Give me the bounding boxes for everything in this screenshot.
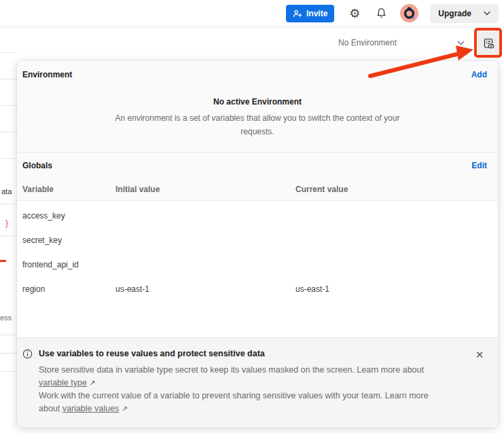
background-brace-fragment: }: [5, 219, 8, 228]
variable-name: secret_key: [22, 236, 115, 245]
invite-button[interactable]: Invite: [286, 5, 334, 22]
settings-button[interactable]: ⚙: [347, 6, 362, 21]
environment-selector[interactable]: No Environment: [338, 35, 465, 50]
column-header-variable: Variable: [22, 185, 115, 194]
banner-line1-text: Store sensitive data in variable type se…: [39, 365, 424, 375]
no-active-environment-title: No active Environment: [17, 88, 498, 107]
globals-section-title: Globals: [22, 161, 52, 170]
variable-name: region: [22, 284, 115, 294]
table-row[interactable]: frontend_api_id: [17, 252, 498, 277]
postman-screen: Invite ⚙ Upgrade: [0, 0, 504, 433]
banner-title: Use variables to reuse values and protec…: [39, 348, 467, 359]
gear-icon: ⚙: [349, 7, 360, 20]
variable-type-link[interactable]: variable type: [39, 378, 87, 388]
variable-name: frontend_api_id: [22, 260, 115, 269]
add-environment-link[interactable]: Add: [471, 70, 487, 79]
globals-table-header: Variable Initial value Current value: [17, 178, 498, 201]
environment-selector-label: No Environment: [338, 38, 397, 48]
variables-info-banner: Use variables to reuse values and protec…: [17, 337, 498, 428]
column-header-current-value: Current value: [295, 185, 498, 194]
info-circle-icon: [22, 348, 33, 428]
initial-value: us-east-1: [115, 284, 295, 294]
invite-button-label: Invite: [306, 9, 327, 18]
no-active-environment-description: An environment is a set of variables tha…: [115, 111, 400, 138]
table-row[interactable]: secret_key: [17, 228, 498, 252]
chevron-down-icon: [484, 11, 490, 16]
external-link-icon: ↗: [89, 379, 95, 387]
table-row[interactable]: access_key: [17, 204, 498, 228]
avatar-illustration: [400, 4, 418, 22]
table-row[interactable]: region us-east-1 us-east-1: [17, 277, 498, 301]
background-red-mark: [0, 260, 6, 262]
close-banner-button[interactable]: ✕: [473, 348, 486, 360]
notifications-button[interactable]: [374, 6, 389, 21]
person-plus-icon: [293, 9, 302, 18]
banner-body: Store sensitive data in variable type se…: [39, 364, 450, 415]
bell-icon: [376, 7, 387, 19]
no-active-environment-section: No active Environment An environment is …: [17, 88, 498, 153]
edit-globals-link[interactable]: Edit: [471, 161, 487, 170]
background-text-fragment: ata: [1, 187, 12, 195]
variable-name: access_key: [22, 211, 115, 221]
close-icon: ✕: [475, 349, 484, 360]
variable-values-link[interactable]: variable values: [62, 404, 119, 413]
environment-quick-look-panel: Environment Add No active Environment An…: [17, 61, 498, 428]
column-header-initial-value: Initial value: [115, 185, 295, 194]
avatar[interactable]: [400, 4, 418, 22]
globals-section-header: Globals Edit: [17, 153, 498, 178]
globals-table-body: access_key secret_key frontend_api_id re…: [17, 201, 498, 337]
environment-quick-look-icon: [483, 37, 495, 50]
external-link-icon: ↗: [122, 404, 128, 413]
banner-content: Use variables to reuse values and protec…: [39, 348, 467, 428]
chevron-down-icon: [457, 41, 465, 45]
upgrade-button-label: Upgrade: [438, 9, 471, 18]
upgrade-button[interactable]: Upgrade: [430, 4, 499, 23]
current-value: us-east-1: [295, 284, 498, 294]
environment-quick-look-button[interactable]: [478, 31, 500, 55]
background-text-fragment: ess: [0, 314, 12, 322]
top-bar: Invite ⚙ Upgrade: [0, 0, 504, 27]
environment-section-header: Environment Add: [17, 61, 498, 88]
environment-section-title: Environment: [22, 70, 72, 79]
